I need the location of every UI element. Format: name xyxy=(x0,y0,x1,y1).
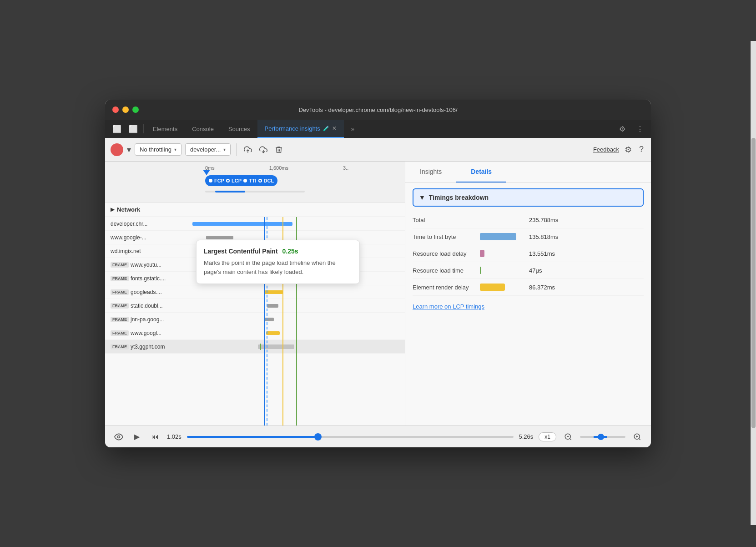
timeline-slider-container xyxy=(187,436,514,438)
timeline-scrollbar-thumb xyxy=(215,191,245,192)
network-row[interactable]: FRAME static.doubl... xyxy=(105,299,405,313)
waterfall-bar-gray4 xyxy=(265,318,274,321)
network-waterfall xyxy=(212,299,399,312)
frame-badge: FRAME xyxy=(111,262,129,268)
frame-badge: FRAME xyxy=(111,344,129,349)
tab-console[interactable]: Console xyxy=(185,120,221,138)
network-row[interactable]: FRAME www.googl... xyxy=(105,326,405,340)
network-waterfall xyxy=(212,340,399,353)
timings-header[interactable]: ▼ Timings breakdown xyxy=(413,188,644,207)
cursor-icon[interactable]: ⬜ xyxy=(109,125,125,133)
record-button[interactable] xyxy=(111,143,123,156)
settings-gear-button[interactable]: ⚙ xyxy=(623,143,634,157)
play-button[interactable]: ▶ xyxy=(131,431,143,443)
network-rows: developer.chr... www.google-... wd.imgix… xyxy=(105,217,405,425)
window-title: DevTools - developer.chrome.com/blog/new… xyxy=(298,106,457,113)
tab-insights[interactable]: Insights xyxy=(405,162,456,182)
lcp-dot xyxy=(226,179,230,182)
rlt-bar xyxy=(480,267,481,274)
dropdown-arrow-icon[interactable]: ▾ xyxy=(127,145,131,155)
network-row-url: jnn-pa.goog... xyxy=(131,316,212,323)
tab-separator xyxy=(143,124,144,133)
frame-badge: FRAME xyxy=(111,330,129,336)
timeline-pin xyxy=(203,170,210,175)
timeline-slider[interactable] xyxy=(187,436,514,438)
network-row-url: yt3.ggpht.com xyxy=(131,344,212,350)
download-button[interactable] xyxy=(257,144,269,156)
timings-row-ttfb: Time to first byte 135.818ms xyxy=(413,228,644,245)
network-row-url: static.doubl... xyxy=(131,303,212,309)
timings-label-rld: Resource load delay xyxy=(413,250,476,257)
pin-head-icon xyxy=(203,170,210,175)
tab-close-icon[interactable]: ✕ xyxy=(332,125,337,132)
fcp-label: FCP xyxy=(214,178,224,183)
learn-more-link[interactable]: Learn more on LCP timings xyxy=(413,303,484,310)
network-expand-icon[interactable]: ▶ xyxy=(111,207,114,213)
network-row-url: www.googl... xyxy=(131,330,212,336)
tab-elements[interactable]: Elements xyxy=(146,120,185,138)
time-start: 1.02s xyxy=(167,433,181,440)
bottom-bar: ▶ ⏮ 1.02s 5.26s x1 xyxy=(105,425,651,447)
more-icon[interactable]: ⋮ xyxy=(633,125,647,133)
network-row[interactable]: FRAME googleads.... xyxy=(105,285,405,299)
url-label: developer... xyxy=(190,146,221,153)
settings-icon[interactable]: ⚙ xyxy=(615,125,629,133)
lcp-label: LCP xyxy=(232,178,242,183)
close-button[interactable] xyxy=(112,106,119,113)
inspect-icon[interactable]: ⬜ xyxy=(125,125,141,133)
timeline-scrollbar[interactable] xyxy=(205,191,305,192)
timings-value-rlt: 47μs xyxy=(529,267,542,274)
dcl-label: DCL xyxy=(264,178,274,183)
time-end: 5.26s xyxy=(519,433,534,440)
zoom-slider[interactable] xyxy=(580,436,625,438)
tooltip-value: 0.25s xyxy=(282,248,298,255)
tab-details[interactable]: Details xyxy=(456,162,506,182)
ruler-3: 3.. xyxy=(343,165,348,171)
main-content: 0ms 1,600ms 3.. FCP LCP TTI xyxy=(105,162,651,425)
timings-value-total: 235.788ms xyxy=(529,217,558,223)
throttling-label: No throttling xyxy=(140,146,171,153)
network-row[interactable]: developer.chr... xyxy=(105,217,405,231)
url-dropdown[interactable]: developer... ▾ xyxy=(185,143,231,156)
timings-bar-ttfb xyxy=(480,233,525,240)
timings-bar-rlt xyxy=(480,267,525,274)
waterfall-bar-gray3 xyxy=(267,304,278,308)
feedback-link[interactable]: Feedback xyxy=(593,146,619,153)
waterfall-bar-blue xyxy=(192,222,292,226)
tooltip-body: Marks the point in the page load timelin… xyxy=(204,258,352,276)
network-waterfall xyxy=(212,313,399,326)
title-bar: DevTools - developer.chrome.com/blog/new… xyxy=(105,100,651,120)
maximize-button[interactable] xyxy=(132,106,139,113)
network-title: Network xyxy=(117,206,140,213)
skip-back-button[interactable]: ⏮ xyxy=(149,431,161,443)
devtools-tab-bar: ⬜ ⬜ Elements Console Sources Performance… xyxy=(105,120,651,138)
toolbar-divider xyxy=(236,143,237,156)
zoom-in-button[interactable] xyxy=(631,431,644,443)
help-button[interactable]: ? xyxy=(637,143,645,156)
delete-button[interactable] xyxy=(273,144,285,156)
left-panel: 0ms 1,600ms 3.. FCP LCP TTI xyxy=(105,162,405,425)
timings-value-erd: 86.372ms xyxy=(529,284,555,291)
upload-button[interactable] xyxy=(242,144,254,156)
timings-row-rld: Resource load delay 13.551ms xyxy=(413,245,644,262)
network-header: ▶ Network xyxy=(105,203,405,217)
timings-label-total: Total xyxy=(413,217,476,223)
devtools-right-icons: ⚙ ⋮ xyxy=(615,125,647,133)
marker-bar: FCP LCP TTI DCL xyxy=(205,175,277,186)
tab-more[interactable]: » xyxy=(344,120,362,138)
throttling-dropdown[interactable]: No throttling ▾ xyxy=(135,143,181,156)
timings-bar-rld xyxy=(480,250,525,257)
zoom-out-button[interactable] xyxy=(562,431,575,443)
timings-header-label: Timings breakdown xyxy=(429,194,489,201)
tab-performance-insights[interactable]: Performance insights 🧪 ✕ xyxy=(257,120,344,138)
eye-button[interactable] xyxy=(112,431,125,443)
timings-collapse-icon: ▼ xyxy=(419,194,425,201)
timings-value-ttfb: 135.818ms xyxy=(529,233,558,240)
minimize-button[interactable] xyxy=(122,106,129,113)
svg-line-4 xyxy=(570,438,571,440)
url-chevron-icon: ▾ xyxy=(223,147,226,152)
network-row[interactable]: FRAME jnn-pa.goog... xyxy=(105,313,405,326)
tab-sources[interactable]: Sources xyxy=(221,120,257,138)
network-row[interactable]: FRAME yt3.ggpht.com xyxy=(105,340,405,354)
tti-dot xyxy=(243,179,247,182)
